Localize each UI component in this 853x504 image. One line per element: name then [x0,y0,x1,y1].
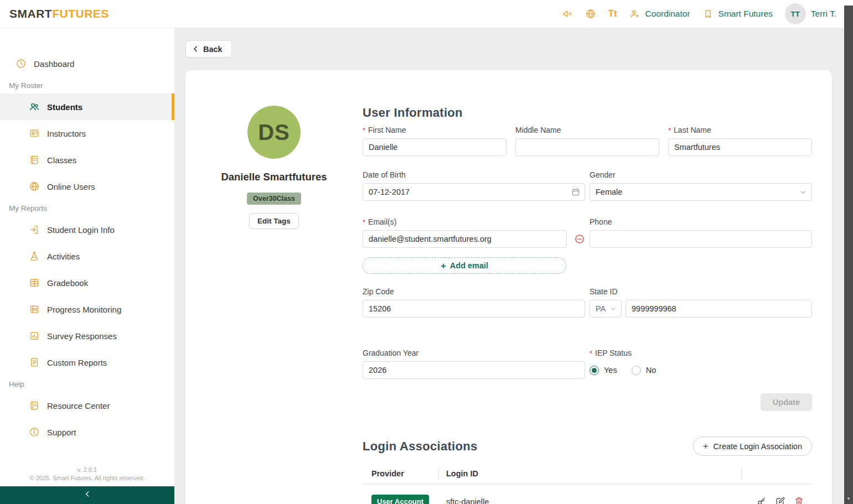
email-label: Email(s) [368,217,396,226]
iep-radio-group: Yes No [590,361,812,379]
user-name: Terri T. [811,9,836,19]
first-name-input[interactable] [363,138,506,156]
sidebar-item-activities[interactable]: Activities [0,243,174,269]
classes-icon [29,154,40,165]
column-header-provider: Provider [363,467,439,480]
graduation-year-input[interactable] [363,361,585,379]
sidebar-section-my-reports: My Reports [0,200,174,216]
user-avatar[interactable]: TT [785,3,806,24]
first-name-field: *First Name [363,126,506,156]
dob-gender-row: Date of Birth Gender Female [363,170,812,201]
state-select[interactable]: PA [590,300,622,318]
role-group[interactable]: Coordinator [629,8,690,19]
state-id-input[interactable] [625,300,812,318]
scrollbar-down-arrow-icon[interactable]: ▼ [844,496,853,501]
student-name: Danielle Smartfutures [221,171,327,183]
radio-selected-icon[interactable] [590,366,599,375]
last-name-field: *Last Name [668,126,812,156]
chevron-down-icon [799,188,807,196]
column-header-actions [742,467,812,480]
middle-name-input[interactable] [515,138,659,156]
globe-icon[interactable] [585,8,596,19]
dob-label: Date of Birth [363,170,406,179]
middle-name-label: Middle Name [515,126,561,134]
iep-status-field: *IEP Status Yes No [590,349,812,379]
sidebar-item-online-users[interactable]: Online Users [0,173,174,200]
sidebar-item-progress-monitoring[interactable]: Progress Monitoring [0,296,174,323]
zip-label: Zip Code [363,287,394,296]
iep-no-label: No [646,366,656,375]
sidebar-collapse-button[interactable] [0,486,174,504]
add-email-button[interactable]: + Add email [363,257,566,274]
edit-tags-button[interactable]: Edit Tags [249,213,299,229]
remove-email-icon[interactable] [574,233,585,245]
iep-yes-option[interactable]: Yes [590,366,617,375]
sidebar-item-label: Progress Monitoring [47,305,121,314]
row-actions [742,496,812,504]
login-associations-header: Login Associations + Create Login Associ… [363,437,812,456]
organization-label: Smart Futures [718,9,773,19]
last-name-input[interactable] [668,138,812,156]
sidebar-item-support[interactable]: Support [0,419,174,445]
state-id-field: State ID PA [590,287,812,318]
zip-field: Zip Code [363,287,585,318]
add-email-label: Add email [450,261,488,270]
activities-flask-icon [29,251,40,262]
sidebar-item-classes[interactable]: Classes [0,147,174,173]
phone-input[interactable] [590,230,812,248]
sidebar-item-students[interactable]: Students [0,93,174,120]
edit-icon[interactable] [775,496,785,504]
gender-select[interactable]: Female [590,183,812,201]
login-associations-table: Provider Login ID User Account sftc-dani… [363,464,812,504]
back-button[interactable]: Back [185,40,232,58]
plus-icon: + [703,441,709,451]
collapse-chevron-icon [83,490,92,501]
radio-unselected-icon[interactable] [632,366,641,375]
sidebar-item-gradebook[interactable]: Gradebook [0,269,174,296]
create-login-association-label: Create Login Association [714,442,802,451]
create-login-association-button[interactable]: + Create Login Association [693,437,812,456]
audio-muted-icon[interactable] [562,8,573,19]
dob-input[interactable] [363,183,585,201]
logo-text-primary: SMART [9,7,52,20]
main-content: Back DS Danielle Smartfutures Over30Clas… [174,28,853,504]
email-input[interactable] [363,230,567,248]
vertical-scrollbar[interactable]: ▼ [844,0,853,504]
back-chevron-icon [191,44,200,54]
email-phone-row: *Email(s) + Add email [363,217,812,274]
update-button[interactable]: Update [761,393,812,411]
support-info-icon [29,427,40,438]
sidebar-item-survey-responses[interactable]: Survey Responses [0,323,174,349]
state-id-label: State ID [590,287,618,296]
app-logo[interactable]: SMARTFUTURES [9,7,109,20]
sidebar-item-resource-center[interactable]: Resource Center [0,392,174,419]
scrollbar-top-corner [844,0,853,6]
sidebar-item-dashboard[interactable]: Dashboard [0,50,174,77]
student-avatar: DS [247,106,301,159]
plus-icon: + [441,261,446,271]
delete-trash-icon[interactable] [794,496,804,504]
graduation-year-field: Graduation Year [363,349,585,379]
gender-label-row: Gender [590,170,812,179]
login-id-value: sftc-danielle [446,497,489,504]
sidebar-item-label: Survey Responses [47,331,117,341]
column-header-login-id: Login ID [439,467,742,480]
font-size-icon[interactable]: Tt [608,8,617,19]
audio-group [562,8,573,19]
coordinator-icon [629,8,640,19]
sidebar-item-instructors[interactable]: Instructors [0,120,174,147]
reset-password-key-icon[interactable] [756,496,767,504]
sidebar: Dashboard My Roster Students Instructors [0,28,174,504]
last-name-label: Last Name [674,126,711,134]
sidebar-item-custom-reports[interactable]: Custom Reports [0,349,174,376]
name-row: *First Name Middle Name *Last Name [363,126,812,156]
sidebar-item-label: Student Login Info [47,225,115,235]
sidebar-item-student-login-info[interactable]: Student Login Info [0,216,174,243]
user-group[interactable]: TT Terri T. [785,3,836,24]
organization-group[interactable]: Smart Futures [702,8,773,19]
grad-year-label: Graduation Year [363,349,418,357]
dob-label-row: Date of Birth [363,170,585,179]
zip-input[interactable] [363,300,585,318]
iep-no-option[interactable]: No [632,366,656,375]
iep-yes-label: Yes [604,366,617,375]
